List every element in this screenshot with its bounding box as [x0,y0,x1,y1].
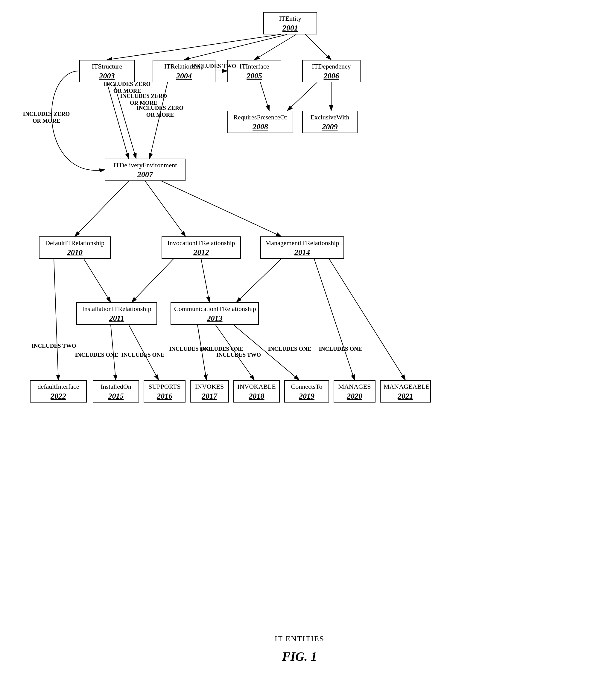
node-invokable: INVOKABLE 2018 [233,380,280,402]
svg-line-5 [305,34,331,60]
edge-label-1: INCLUDES ZEROOR MORE [99,81,156,95]
edge-label-2: INCLUDES ZEROOR MORE [115,93,172,106]
diagram-container: ITEntity 2001 ITStructure 2003 ITRelatio… [0,0,599,628]
edge-label-includes-one-5: INCLUDES ONE [317,346,364,353]
edge-label-includes-one-1: INCLUDES ONE [120,352,166,358]
svg-line-16 [84,259,111,302]
svg-line-20 [236,259,281,302]
node-installationitrelationship: InstallationITRelationship 2011 [76,302,157,325]
svg-line-27 [329,259,405,380]
node-itdeliveryenvironment: ITDeliveryEnvironment 2007 [105,158,185,181]
edge-label-3: INCLUDES ZEROOR MORE [132,105,189,119]
node-exclusivewith: ExclusiveWith 2009 [302,111,357,133]
node-requirespresenceof: RequiresPresenceOf 2008 [227,111,293,133]
edge-label-includes-one-4: INCLUDES ONE [266,346,313,353]
svg-line-3 [184,34,287,60]
svg-line-14 [145,181,185,236]
node-itdependency: ITDependency 2006 [302,60,360,82]
svg-line-6 [287,82,317,111]
edge-label-includes-two-default: INCLUDES TWO [30,343,78,350]
svg-line-13 [75,181,129,236]
node-invokes: INVOKES 2017 [190,380,229,402]
node-itstructure: ITStructure 2003 [79,60,135,82]
node-defaultinterface: defaultInterface 2022 [30,380,87,402]
node-communicationitrelationship: CommunicationITRelationship 2013 [171,302,259,325]
svg-line-26 [314,259,354,380]
caption-area: IT ENTITIES FIG. 1 [0,628,599,664]
edge-label-includes-one-0: INCLUDES ONE [73,352,120,358]
svg-line-8 [260,82,269,111]
node-supports: SUPPORTS 2016 [144,380,185,402]
node-invocationitrelationship: InvocationITRelationship 2012 [161,236,241,259]
svg-line-15 [161,181,281,236]
svg-line-18 [132,259,174,302]
svg-line-17 [54,259,58,380]
edge-label-includes-two-itinterface: INCLUDES TWO [190,63,238,70]
edge-label-0: INCLUDES ZEROOR MORE [18,111,75,125]
svg-line-2 [107,34,281,60]
node-connectsto: ConnectsTo 2019 [284,380,329,402]
node-managementitrelationship: ManagementITRelationship 2014 [260,236,344,259]
svg-line-19 [201,259,209,302]
node-itentity: ITEntity 2001 [263,12,317,34]
node-defaultitrelationship: DefaultITRelationship 2010 [39,236,111,259]
node-installedon: InstalledOn 2015 [93,380,139,402]
node-manageable: MANAGEABLE 2021 [380,380,431,402]
caption-text: IT ENTITIES [0,634,599,644]
fig-label: FIG. 1 [0,649,599,664]
node-manages: MANAGES 2020 [333,380,375,402]
svg-line-4 [254,34,296,60]
edge-label-includes-two-comm: INCLUDES TWO [216,352,262,358]
